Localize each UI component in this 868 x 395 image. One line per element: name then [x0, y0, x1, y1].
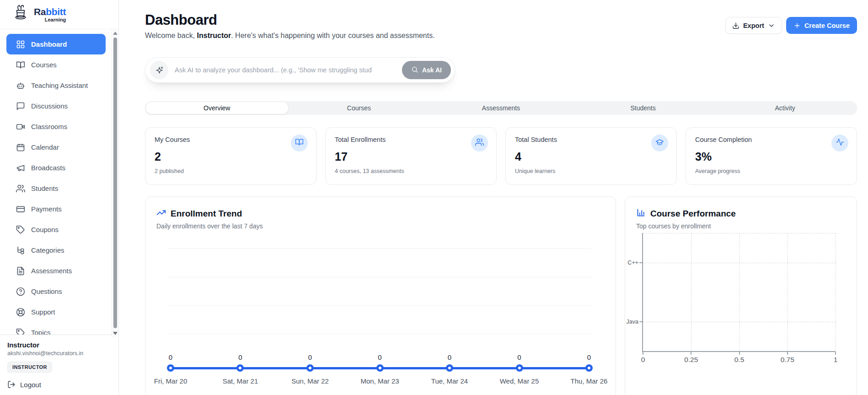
create-course-button[interactable]: Create Course: [786, 17, 857, 34]
x-axis-label: 0.5: [734, 356, 745, 364]
help-circle-icon: [16, 287, 25, 296]
gridline: [788, 233, 788, 351]
life-buoy-icon: [16, 308, 25, 317]
point-value: 0: [238, 353, 242, 361]
x-axis-label: 1: [834, 356, 838, 364]
point-marker[interactable]: [236, 364, 244, 372]
chevron-down-icon: [768, 22, 775, 29]
sidebar-item-courses[interactable]: Courses: [6, 54, 106, 75]
sidebar-item-discussions[interactable]: Discussions: [6, 96, 106, 116]
user-email: akshi.vishnoi@techcurators.in: [7, 350, 111, 357]
point-marker[interactable]: [516, 364, 523, 372]
stat-card-my-courses[interactable]: My Courses22 published: [145, 127, 316, 185]
scroll-down-arrow-icon[interactable]: [113, 332, 118, 335]
sidebar-item-dashboard[interactable]: Dashboard: [6, 34, 106, 54]
sidebar-item-label: Students: [31, 184, 58, 192]
ai-search-bar[interactable]: Ask AI to analyze your dashboard... (e.g…: [145, 57, 455, 83]
brand-logo[interactable]: Rabbitt Learning: [0, 0, 118, 29]
sidebar-item-students[interactable]: Students: [6, 178, 106, 199]
users-icon: [475, 138, 484, 148]
app-root: Rabbitt Learning DashboardCoursesTeachin…: [0, 0, 868, 395]
welcome-message: Welcome back, Instructor. Here's what's …: [145, 32, 435, 40]
gridline: [168, 305, 591, 306]
point-marker[interactable]: [585, 364, 593, 372]
sidebar-item-questions[interactable]: Questions: [6, 281, 106, 302]
point-marker[interactable]: [167, 364, 174, 372]
stat-card-total-enrollments[interactable]: Total Enrollments174 courses, 13 assessm…: [325, 127, 497, 185]
plus-icon: [793, 22, 801, 29]
point-value: 0: [378, 353, 381, 361]
gridline: [739, 233, 740, 351]
point-marker[interactable]: [306, 364, 314, 372]
stat-label: Total Enrollments: [335, 136, 487, 143]
stat-card-total-students[interactable]: Total Students4Unique learners: [505, 127, 677, 185]
tab-assessments[interactable]: Assessments: [430, 102, 572, 114]
enrollment-trend-card: Enrollment Trend Daily enrollments over …: [145, 196, 616, 395]
stat-icon-circle: [471, 135, 488, 152]
x-axis-label: Wed, Mar 25: [500, 377, 539, 385]
logout-button[interactable]: Logout: [7, 380, 111, 389]
stat-icon-circle: [651, 135, 668, 152]
logout-label: Logout: [20, 381, 41, 389]
ai-input[interactable]: Ask AI to analyze your dashboard... (e.g…: [175, 66, 402, 74]
course-performance-card: Course Performance Top courses by enroll…: [625, 196, 857, 395]
scroll-up-arrow-icon[interactable]: [113, 32, 118, 35]
scrollbar-thumb[interactable]: [113, 38, 117, 328]
sidebar-item-calendar[interactable]: Calendar: [6, 137, 106, 157]
role-badge: INSTRUCTOR: [7, 362, 52, 373]
gridline: [168, 248, 591, 249]
point-marker[interactable]: [446, 364, 453, 372]
sidebar-item-classrooms[interactable]: Classrooms: [6, 116, 106, 137]
sidebar-item-label: Broadcasts: [31, 164, 65, 172]
user-name: Instructor: [7, 341, 111, 349]
point-value: 0: [169, 353, 172, 361]
x-axis-tick: [787, 352, 788, 355]
tab-overview[interactable]: Overview: [146, 102, 288, 114]
enrollment-trend-title: Enrollment Trend: [171, 209, 242, 219]
tab-courses[interactable]: Courses: [288, 102, 430, 114]
tab-students[interactable]: Students: [572, 102, 714, 114]
point-marker[interactable]: [376, 364, 384, 372]
x-axis-tick: [691, 352, 691, 355]
export-button[interactable]: Export: [725, 17, 782, 34]
sidebar-item-support[interactable]: Support: [6, 302, 106, 322]
sidebar-item-label: Classrooms: [31, 123, 67, 130]
ask-ai-button[interactable]: Ask AI: [402, 61, 451, 79]
sidebar-item-broadcasts[interactable]: Broadcasts: [6, 157, 106, 178]
course-performance-subtitle: Top courses by enrollment: [625, 219, 857, 230]
sidebar-item-label: Topics: [31, 329, 51, 335]
brand-name: Rabbitt: [34, 7, 66, 16]
sidebar-user-box: Instructor akshi.vishnoi@techcurators.in…: [0, 335, 118, 395]
tab-activity[interactable]: Activity: [714, 102, 856, 114]
gridline: [643, 322, 836, 322]
sidebar-item-label: Courses: [31, 61, 57, 69]
y-axis-tick: [639, 262, 642, 263]
gridline: [836, 233, 836, 351]
gridline: [643, 263, 836, 263]
stat-sub: 4 courses, 13 assessments: [335, 168, 487, 174]
brand-text: Rabbitt Learning: [34, 7, 66, 22]
sidebar-item-label: Calendar: [31, 143, 59, 151]
sidebar-item-teaching-assistant[interactable]: Teaching Assistant: [6, 75, 106, 96]
x-axis-tick: [739, 352, 740, 355]
logout-icon: [7, 380, 16, 389]
sidebar-item-assessments[interactable]: Assessments: [6, 260, 106, 281]
sparkles-icon: [150, 61, 168, 79]
message-square-icon: [16, 102, 25, 111]
sidebar-scrollbar[interactable]: [112, 29, 118, 337]
sidebar-item-label: Payments: [31, 205, 62, 213]
sidebar-item-payments[interactable]: Payments: [6, 199, 106, 219]
video-icon: [16, 122, 25, 131]
stat-card-course-completion[interactable]: Course Completion3%Average progress: [686, 127, 857, 185]
tag-icon: [16, 225, 25, 234]
stat-sub: 2 published: [155, 168, 307, 174]
credit-card-icon: [16, 205, 25, 214]
sidebar-item-categories[interactable]: Categories: [6, 240, 106, 260]
search-icon: [411, 66, 418, 75]
sidebar-item-coupons[interactable]: Coupons: [6, 219, 106, 240]
y-axis-label: C++: [627, 260, 638, 266]
file-text-icon: [16, 266, 25, 276]
x-axis-label: 0.25: [684, 356, 698, 364]
sidebar-item-topics[interactable]: Topics: [6, 322, 106, 335]
stat-sub: Average progress: [695, 168, 847, 174]
